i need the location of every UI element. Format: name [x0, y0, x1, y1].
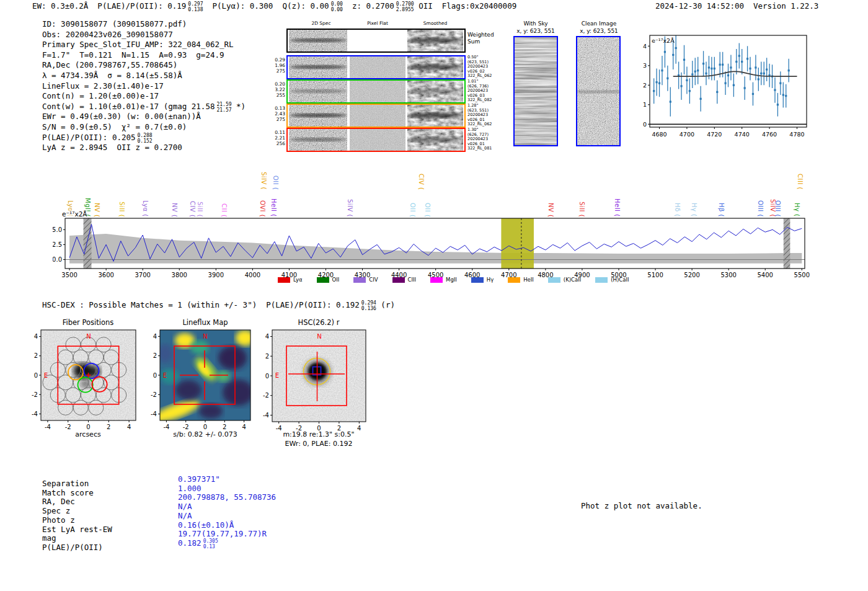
- match-table-label: Photo z: [42, 516, 112, 525]
- header-summary: EW: 0.3±0.2Å P(LAE)/P(OII): 0.190.2970.1…: [32, 1, 516, 13]
- header-timestamp-version: 2024-12-30 14:52:00 Version 1.22.3: [655, 1, 818, 11]
- spec2d-right-info: 1.30"(626, 727)20200423v026_01322_RL_081: [467, 128, 496, 151]
- spec2d-right-info: 0.50"(623, 551)20200423v026_02322_RL_062: [467, 55, 496, 79]
- line-fit-plot: 46804700472047404760478001234: [642, 28, 828, 149]
- text-segment: RA,Dec (200.798767,55.708645): [42, 60, 177, 69]
- withsky-title: With Sky: [508, 20, 564, 27]
- tick-label: 3500: [61, 272, 77, 278]
- hsc-cutout-panel: -4-4-2-2002244NE: [257, 319, 375, 432]
- data-point: [763, 73, 765, 74]
- data-point: [777, 104, 779, 105]
- text-segment: Primary Spec_Slot_IFU_AMP: 322_084_062_R…: [42, 40, 234, 49]
- match-table-values: 0.397371"1.000200.798878, 55.708736N/AN/…: [178, 475, 276, 550]
- match-table-value: N/A: [178, 512, 276, 521]
- text-segment: LineFlux = 2.30(±1.40)e-17: [42, 81, 164, 91]
- stacked-fraction: 0.2940.136: [360, 301, 376, 311]
- data-point: [779, 82, 781, 84]
- tick-label: 4720: [707, 131, 722, 138]
- spec2d-row-images: [288, 81, 464, 102]
- data-point: [755, 66, 756, 68]
- legend-label: (H)CaII: [611, 277, 629, 283]
- stacked-fraction: 0.2970.138: [186, 2, 203, 12]
- legend-swatch: [353, 277, 366, 283]
- north-label: N: [317, 333, 321, 340]
- spectrum-legend: LyαOIICIVCIIIMgIIHγHeII(K)CaII(H)CaII: [278, 277, 643, 283]
- match-table-value: 0.397371": [178, 475, 276, 484]
- tick-label: 5300: [720, 272, 736, 278]
- info-line: LyA z = 2.8945 OII z = 0.2700: [42, 143, 246, 153]
- col-header-smoothed: Smoothed: [407, 20, 463, 26]
- info-line: P(LAE)/P(OII): 0.2050.2880.152: [42, 133, 246, 143]
- masked-band: [84, 218, 92, 269]
- spec2d-right-info: 1.01"(626, 736)20200423v026_03322_RL_082: [467, 79, 496, 103]
- match-table-label: Match score: [42, 489, 112, 498]
- col-header-2dspec: 2D Spec: [293, 20, 349, 26]
- tick-label: 0: [643, 121, 647, 128]
- fiber-positions-panel: -4-4-2-2002244NE: [25, 319, 149, 432]
- text-segment: Cont(n) = 1.20(±0.00)e-17: [42, 91, 159, 100]
- data-point: [686, 79, 688, 81]
- tick-label: 0: [34, 372, 38, 379]
- masked-band: [784, 218, 790, 269]
- data-point: [758, 78, 760, 80]
- stacked-fraction: 0.000.00: [329, 2, 343, 12]
- spec2d-row: [286, 128, 466, 152]
- hsc-caption-2: EWr: 0, PLAE: 0.192: [263, 440, 374, 448]
- text-segment: N/A: [178, 502, 192, 511]
- text-segment: S/N = 0.9(±0.5) χ² = 0.7(±0.0): [42, 122, 187, 131]
- data-point: [752, 93, 754, 95]
- data-point: [716, 91, 718, 93]
- tick-label: 3: [643, 62, 647, 69]
- hsc-caption-1: m:19.8 re:1.3" s:0.5": [263, 430, 374, 438]
- data-point: [714, 68, 715, 69]
- spec2d-signal: [290, 138, 347, 141]
- east-label: E: [44, 372, 48, 379]
- tick-label: -4: [163, 424, 169, 430]
- tick-label: -2: [263, 392, 269, 399]
- tick-label: 3900: [208, 272, 224, 278]
- info-line: RA,Dec (200.798767,55.708645): [42, 60, 246, 71]
- legend-label: HeII: [523, 277, 534, 283]
- data-point: [749, 68, 751, 69]
- cleanimage-coords: x, y: 623, 551: [571, 28, 627, 35]
- data-point: [689, 90, 691, 92]
- legend-label: Lyα: [293, 277, 303, 283]
- smoothed-signal: [408, 136, 463, 143]
- data-point: [705, 73, 707, 74]
- text-segment: 200.798878, 55.708736: [178, 492, 276, 502]
- data-point: [683, 59, 685, 61]
- data-point: [733, 84, 735, 86]
- pixelflat-image: [350, 56, 405, 78]
- text-segment: OII Flags:0x20400009: [414, 1, 517, 11]
- spec2d-row-images: [288, 105, 464, 127]
- errorbar-series: [653, 32, 790, 116]
- tick-label: -4: [263, 412, 269, 419]
- legend-item: (H)CaII: [595, 277, 629, 283]
- spec2d-row: [286, 104, 466, 128]
- data-point: [680, 85, 682, 87]
- tick-label: 4: [643, 43, 647, 50]
- withsky-image: [513, 36, 558, 146]
- smoothed-signal: [408, 88, 463, 94]
- info-line: Primary Spec_Slot_IFU_AMP: 322_084_062_R…: [42, 40, 246, 50]
- data-point: [653, 90, 655, 92]
- lineflux-map-panel: -4-4-2-2002244NE: [144, 319, 259, 432]
- legend-item: Hγ: [471, 277, 494, 283]
- error-band: [69, 234, 802, 264]
- data-point: [666, 78, 668, 79]
- tick-label: 0.0: [53, 256, 62, 263]
- info-line: ID: 3090158077 (3090158077.pdf): [42, 19, 246, 30]
- tick-label: -4: [32, 411, 38, 417]
- data-point: [697, 69, 699, 71]
- text-segment: 1.000: [178, 484, 202, 493]
- legend-item: MgII: [430, 277, 457, 283]
- tick-label: -2: [32, 391, 38, 398]
- legend-label: OII: [332, 277, 340, 283]
- spec2d-row: [286, 55, 466, 79]
- match-table-value: 1.000: [178, 484, 276, 494]
- fit-plot-ylabel: e⁻¹⁷x2Å: [652, 37, 675, 44]
- text-segment: *): [232, 102, 246, 111]
- data-point: [694, 71, 696, 73]
- tick-label: 4: [265, 333, 269, 340]
- match-table-value: N/A: [178, 502, 276, 512]
